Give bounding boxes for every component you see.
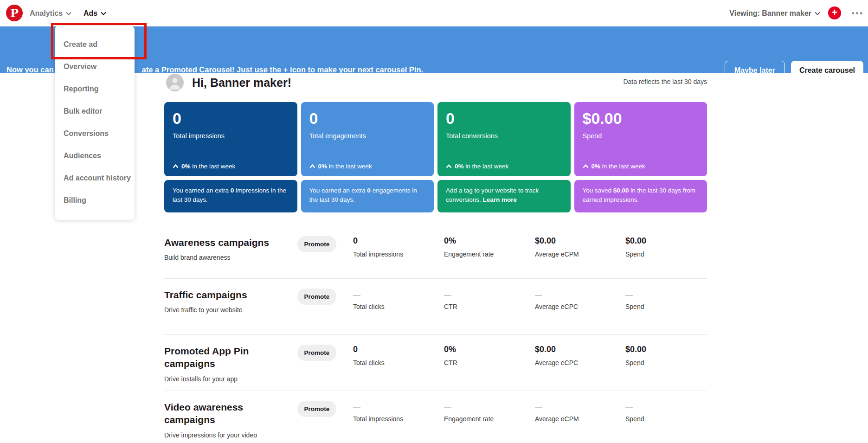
top-nav: P Analytics Ads Viewing: Banner maker: [0, 0, 868, 26]
impressions-value: 0: [173, 110, 289, 127]
campaign-stat: Spend: [625, 401, 709, 423]
traffic-campaigns-row: Traffic campaigns Drive traffic to your …: [164, 278, 707, 334]
ads-dropdown-menu: Create ad Overview Reporting Bulk editor…: [55, 26, 135, 220]
caret-up-icon: [173, 164, 179, 168]
campaign-title: Promoted App Pin campaigns: [164, 345, 257, 370]
empty-value-dash: [444, 295, 451, 296]
engagements-footnote: You earned an extra 0 engagements in the…: [301, 180, 434, 212]
caret-up-icon: [446, 164, 452, 168]
banner-text-left: Now you can a: [6, 65, 60, 74]
campaign-stat: $0.00 Average eCPM: [535, 236, 618, 258]
campaign-stat: CTR: [444, 289, 527, 310]
chevron-down-icon: [101, 12, 106, 15]
menu-item-audiences[interactable]: Audiences: [55, 145, 135, 167]
spend-trend: 0% in the last week: [583, 163, 699, 170]
campaign-stat: Engagement rate: [444, 401, 527, 423]
maybe-later-button[interactable]: Maybe later: [725, 61, 785, 80]
campaign-stat: $0.00 Spend: [625, 236, 709, 258]
engagements-trend: 0% in the last week: [309, 163, 426, 170]
page-title: Hi, Banner maker!: [192, 76, 291, 90]
create-carousel-button[interactable]: Create carousel: [791, 61, 863, 80]
impressions-footnote: You earned an extra 0 impressions in the…: [164, 180, 297, 212]
campaign-subtitle: Drive traffic to your website: [164, 306, 286, 314]
empty-value-dash: [535, 407, 542, 408]
conversions-footnote: Add a tag to your website to track conve…: [437, 180, 571, 212]
conversions-value: 0: [446, 110, 562, 127]
summary-cards-row: 0 Total impressions 0% in the last week …: [164, 102, 707, 176]
campaign-stat: 0% Engagement rate: [444, 236, 527, 258]
menu-item-bulk-editor[interactable]: Bulk editor: [55, 100, 135, 122]
menu-item-billing[interactable]: Billing: [55, 189, 135, 212]
chevron-down-icon: [815, 12, 820, 15]
campaign-stat: Total impressions: [353, 401, 437, 423]
empty-value-dash: [444, 407, 451, 408]
campaign-stat: 0 Total clicks: [353, 345, 437, 366]
menu-item-ad-account-history[interactable]: Ad account history: [55, 167, 135, 189]
engagements-value: 0: [309, 110, 426, 127]
promote-button[interactable]: Promote: [297, 345, 336, 361]
campaign-subtitle: Build brand awareness: [164, 254, 286, 261]
caret-up-icon: [309, 164, 315, 168]
conversions-trend: 0% in the last week: [446, 163, 562, 170]
ads-menu-label: Ads: [84, 9, 97, 18]
impressions-trend: 0% in the last week: [173, 163, 289, 170]
analytics-menu-label: Analytics: [30, 9, 63, 18]
campaign-stat: Total clicks: [353, 289, 437, 310]
pinterest-logo-icon[interactable]: P: [6, 5, 23, 21]
menu-item-create-ad[interactable]: Create ad: [55, 33, 135, 56]
learn-more-link[interactable]: Learn more: [483, 196, 517, 203]
campaign-stat: $0.00 Spend: [625, 345, 709, 366]
campaign-title: Awareness campaigns: [164, 236, 286, 249]
plus-icon[interactable]: [828, 6, 841, 19]
summary-footnotes-row: You earned an extra 0 impressions in the…: [164, 180, 707, 212]
chevron-down-icon: [66, 12, 71, 15]
promoted-app-pin-campaigns-row: Promoted App Pin campaigns Drive install…: [164, 334, 707, 391]
campaign-stat: $0.00 Average eCPC: [535, 345, 618, 366]
campaign-subtitle: Drive installs for your app: [164, 375, 257, 383]
empty-value-dash: [625, 407, 633, 408]
person-icon: [166, 74, 184, 91]
greeting-header: Hi, Banner maker!: [166, 74, 291, 91]
campaign-subtitle: Drive impressions for your video: [164, 431, 294, 439]
engagements-label: Total engagements: [309, 132, 426, 140]
promote-button[interactable]: Promote: [297, 236, 336, 252]
video-awareness-campaigns-row: Video awareness campaigns Drive impressi…: [164, 391, 707, 443]
campaign-stat: Average eCPC: [535, 289, 618, 310]
empty-value-dash: [625, 295, 633, 296]
viewing-account-label: Viewing: Banner maker: [729, 9, 811, 18]
campaign-stat: Average eCPM: [535, 401, 618, 423]
conversions-label: Total conversions: [446, 132, 562, 140]
campaign-stat: 0 Total impressions: [353, 236, 437, 258]
empty-value-dash: [353, 295, 360, 296]
campaigns-list: Awareness campaigns Build brand awarenes…: [164, 222, 707, 443]
banner-actions: Maybe later Create carousel: [725, 61, 863, 80]
data-range-note: Data reflects the last 30 days: [623, 78, 707, 85]
empty-value-dash: [353, 407, 360, 408]
banner-text-right: ate a Promoted Carousel! Just use the + …: [142, 65, 424, 74]
caret-up-icon: [583, 164, 589, 168]
spend-label: Spend: [583, 132, 699, 140]
more-options-icon[interactable]: [849, 9, 865, 17]
analytics-menu-trigger[interactable]: Analytics: [30, 0, 71, 26]
campaign-stat: 0% CTR: [444, 345, 527, 366]
spend-footnote: You saved $0.00 in the last 30 days from…: [574, 180, 707, 212]
awareness-campaigns-row: Awareness campaigns Build brand awarenes…: [164, 222, 707, 278]
menu-item-reporting[interactable]: Reporting: [55, 78, 135, 100]
empty-value-dash: [535, 295, 542, 296]
campaign-title: Traffic campaigns: [164, 289, 286, 301]
promote-button[interactable]: Promote: [297, 401, 336, 417]
avatar: [166, 74, 184, 91]
spend-card: $0.00 Spend 0% in the last week: [574, 102, 707, 176]
impressions-card: 0 Total impressions 0% in the last week: [164, 102, 297, 176]
ads-menu-trigger[interactable]: Ads: [84, 0, 106, 26]
campaign-title: Video awareness campaigns: [164, 401, 294, 426]
campaign-stat: Spend: [625, 289, 709, 310]
impressions-label: Total impressions: [173, 132, 289, 140]
promote-button[interactable]: Promote: [297, 289, 336, 305]
engagements-card: 0 Total engagements 0% in the last week: [301, 102, 434, 176]
spend-value: $0.00: [583, 110, 699, 127]
menu-item-conversions[interactable]: Conversions: [55, 122, 135, 145]
conversions-card: 0 Total conversions 0% in the last week: [437, 102, 571, 176]
menu-item-overview[interactable]: Overview: [55, 56, 135, 78]
account-switcher[interactable]: Viewing: Banner maker: [729, 0, 820, 26]
